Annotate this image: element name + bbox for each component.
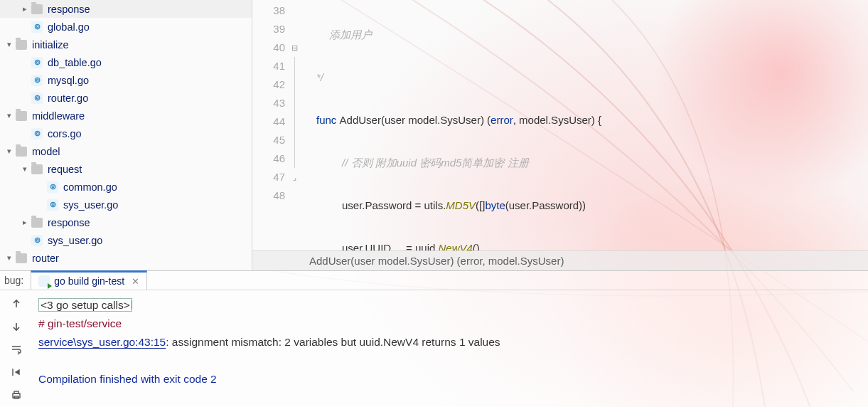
chevron-down-icon[interactable]: ▾	[4, 40, 14, 49]
svg-rect-1	[14, 391, 18, 393]
editor-code[interactable]: 添加用户 */ func AddUser(user model.SysUser)…	[301, 0, 868, 250]
go-file-icon: ⊚	[31, 75, 43, 86]
editor[interactable]: 3839404142434445464748 ⊟⌟ 添加用户 */ func A…	[252, 0, 868, 270]
tree-folder-middleware[interactable]: ▾middleware	[0, 107, 252, 125]
line-number: 40	[252, 38, 285, 57]
run-config-tab[interactable]: go build gin-test ✕	[31, 270, 147, 290]
tree-file-cors-go[interactable]: ⊚cors.go	[0, 125, 252, 142]
chevron-down-icon[interactable]: ▾	[4, 111, 14, 120]
setup-calls-fold[interactable]: <3 go setup calls>	[38, 298, 132, 312]
error-file-link[interactable]: service\sys_user.go:43:15	[38, 336, 166, 348]
line-number: 43	[252, 94, 285, 112]
tree-label: common.go	[63, 181, 117, 193]
tree-label: response	[48, 217, 90, 228]
folder-icon	[16, 111, 27, 121]
go-file-icon: ⊚	[31, 21, 43, 33]
tree-label: sys_user.go	[48, 235, 102, 246]
fold-guide	[288, 57, 301, 75]
tree-file-db_table-go[interactable]: ⊚db_table.go	[0, 53, 252, 71]
tree-file-sys_user-go[interactable]: ⊚sys_user.go	[0, 196, 252, 213]
tree-label: router	[32, 253, 59, 264]
go-file-icon: ⊚	[31, 128, 43, 139]
error-header: # gin-test/service	[38, 317, 122, 329]
fold-end-icon: ⌟	[288, 168, 301, 186]
tree-file-global-go[interactable]: ⊚global.go	[0, 18, 252, 36]
chevron-right-icon[interactable]: ▸	[20, 4, 30, 14]
go-run-icon	[38, 275, 50, 287]
tree-file-mysql-go[interactable]: ⊚mysql.go	[0, 71, 252, 89]
go-file-icon: ⊚	[47, 181, 58, 193]
chevron-down-icon[interactable]: ▾	[4, 147, 14, 156]
chevron-down-icon[interactable]: ▾	[20, 164, 30, 174]
scroll-to-end-button[interactable]	[9, 364, 24, 380]
fold-blank	[288, 20, 301, 38]
line-number: 48	[252, 186, 285, 205]
tool-panel-title: bug:	[1, 275, 31, 286]
fold-blank	[288, 1, 301, 20]
run-config-label: go build gin-test	[54, 275, 124, 287]
line-number: 41	[252, 57, 285, 75]
code-text: (user model.SysUser) (	[381, 114, 491, 126]
tree-folder-router[interactable]: ▾router	[0, 249, 252, 267]
go-file-icon: ⊚	[31, 92, 43, 104]
fold-guide	[288, 94, 301, 112]
fold-guide	[288, 75, 301, 94]
tree-file-common-go[interactable]: ⊚common.go	[0, 178, 252, 196]
tree-folder-response[interactable]: ▸response	[0, 213, 252, 231]
line-number: 39	[252, 20, 285, 38]
go-file-icon: ⊚	[47, 199, 58, 211]
pkg-uuid: uuid	[415, 242, 435, 250]
tree-label: mysql.go	[48, 75, 89, 86]
go-file-icon: ⊚	[31, 57, 43, 68]
code-text: ([]	[476, 199, 485, 211]
fold-toggle-icon[interactable]: ⊟	[288, 38, 301, 57]
code-comment-end: */	[308, 71, 323, 83]
code-comment: 添加用户	[308, 28, 372, 41]
fn-md5v: MD5V	[446, 199, 476, 211]
code-comment: // 否则 附加uuid 密码md5简单加密 注册	[308, 157, 529, 169]
tool-gutter	[0, 270, 33, 407]
line-number: 47	[252, 168, 285, 186]
scroll-up-button[interactable]	[9, 296, 24, 312]
tree-file-sys_user-go[interactable]: ⊚sys_user.go	[0, 231, 252, 249]
folder-icon	[31, 164, 43, 174]
editor-gutter: 3839404142434445464748	[252, 0, 288, 250]
tree-label: db_table.go	[48, 57, 102, 68]
kw-error: error	[491, 114, 513, 126]
fold-guide	[288, 149, 301, 168]
line-number: 44	[252, 112, 285, 131]
soft-wrap-button[interactable]	[9, 342, 24, 357]
breadcrumb[interactable]: AddUser(user model.SysUser) (error, mode…	[252, 250, 868, 270]
editor-fold-column[interactable]: ⊟⌟	[288, 0, 301, 250]
fold-blank	[288, 186, 301, 205]
build-tool-window[interactable]: bug: go build gin-test ✕ <3 go setup cal…	[0, 270, 868, 407]
code-text: , model.SysUser) {	[513, 114, 601, 126]
line-number: 46	[252, 149, 285, 168]
error-message: : assignment mismatch: 2 variables but u…	[166, 336, 500, 348]
code-text: (user.Password))	[505, 199, 586, 211]
folder-icon	[16, 40, 27, 50]
chevron-down-icon[interactable]: ▾	[4, 253, 14, 263]
tree-label: request	[48, 164, 82, 175]
ident-adduser: AddUser	[340, 114, 381, 126]
build-output[interactable]: <3 go setup calls> # gin-test/service se…	[33, 270, 868, 407]
project-tree[interactable]: ▸response⊚global.go▾initialize⊚db_table.…	[0, 0, 252, 270]
tree-folder-response[interactable]: ▸response	[0, 0, 252, 18]
line-number: 45	[252, 131, 285, 149]
tree-label: router.go	[48, 92, 88, 104]
tree-file-router-go[interactable]: ⊚router.go	[0, 89, 252, 107]
code-text: user.Password =	[342, 199, 424, 211]
tree-folder-initialize[interactable]: ▾initialize	[0, 36, 252, 53]
fn-newv4: NewV4	[439, 242, 473, 250]
line-number: 42	[252, 75, 285, 94]
tree-folder-request[interactable]: ▾request	[0, 160, 252, 178]
folder-icon	[16, 253, 27, 263]
chevron-right-icon[interactable]: ▸	[20, 218, 30, 227]
scroll-down-button[interactable]	[9, 319, 24, 334]
tree-label: global.go	[48, 21, 90, 33]
print-button[interactable]	[9, 387, 24, 403]
compilation-result: Compilation finished with exit code 2	[38, 373, 217, 385]
tree-folder-model[interactable]: ▾model	[0, 142, 252, 160]
close-icon[interactable]: ✕	[132, 276, 139, 287]
line-number: 38	[252, 1, 285, 20]
